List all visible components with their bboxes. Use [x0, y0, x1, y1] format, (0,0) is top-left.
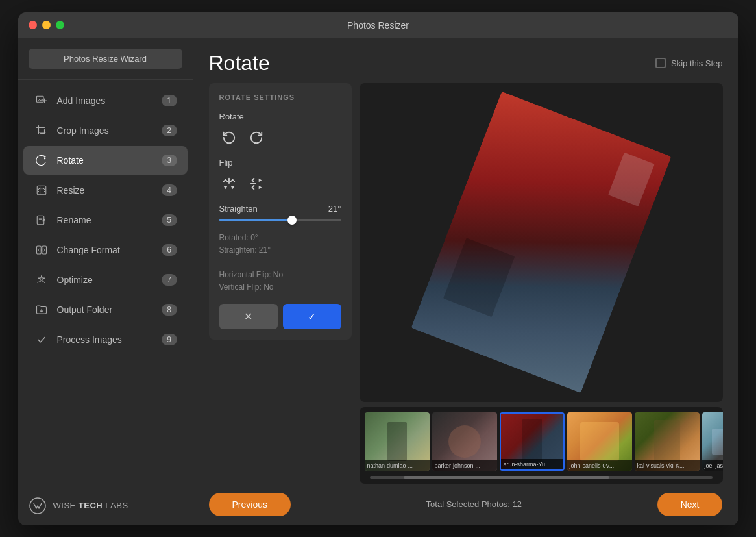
skip-step-checkbox[interactable] [655, 58, 666, 68]
resize-badge: 4 [162, 184, 177, 196]
app-body: Photos Resize Wizard Add Images 1 [18, 38, 738, 525]
rotate-counter-clockwise-button[interactable] [219, 128, 239, 147]
traffic-lights [29, 21, 64, 29]
flip-vertical-button[interactable] [219, 174, 239, 194]
rotate-badge: 3 [162, 155, 177, 166]
thumb-label-4: john-canelis-0V... [567, 460, 632, 471]
change-format-icon [34, 242, 49, 258]
page-title: Rotate [209, 51, 270, 75]
wizard-button[interactable]: Photos Resize Wizard [29, 49, 182, 69]
main-content: Rotate Skip this Step ROTATE SETTINGS Ro… [193, 38, 738, 525]
next-button[interactable]: Next [657, 493, 723, 516]
thumb-label-3: arun-sharma-Yu... [501, 459, 563, 469]
thumbnail-6[interactable]: joel-jasmin-fores... [702, 412, 723, 471]
sidebar-nav: Add Images 1 Crop Images 2 [18, 80, 193, 486]
sidebar-item-rename[interactable]: Rename 5 [23, 206, 188, 234]
optimize-icon [34, 272, 49, 288]
slider-thumb[interactable] [287, 216, 297, 225]
thumbnail-4[interactable]: john-canelis-0V... [567, 412, 632, 471]
resize-label: Resize [57, 185, 85, 195]
thumbnail-scroll[interactable]: nathan-dumlao-... parker-johnson-... [360, 407, 723, 476]
straighten-label: Straighten [219, 204, 258, 214]
main-preview [360, 83, 723, 402]
add-images-badge: 1 [162, 95, 177, 106]
preview-area: nathan-dumlao-... parker-johnson-... [360, 83, 723, 484]
svg-marker-10 [258, 178, 262, 182]
close-button[interactable] [29, 21, 37, 29]
thumbnail-2[interactable]: parker-johnson-... [432, 412, 497, 471]
settings-panel-title: ROTATE SETTINGS [219, 94, 341, 101]
rotate-buttons-group [219, 128, 341, 147]
thumbnail-3[interactable]: arun-sharma-Yu... [500, 412, 565, 471]
sidebar-item-optimize[interactable]: Optimize 7 [23, 266, 188, 294]
scrollbar-thumb [404, 476, 609, 479]
preview-image-container [360, 83, 723, 402]
sidebar-item-change-format[interactable]: Change Format 6 [23, 236, 188, 264]
output-folder-badge: 8 [162, 304, 177, 316]
straighten-row: Straighten 21° [219, 204, 341, 214]
preview-rotated-image [411, 92, 671, 393]
straighten-slider[interactable] [219, 219, 341, 221]
crop-images-icon [34, 123, 49, 138]
sidebar-item-output-folder[interactable]: Output Folder 8 [23, 295, 188, 324]
main-header: Rotate Skip this Step [193, 38, 738, 83]
sidebar-item-add-images[interactable]: Add Images 1 [23, 86, 188, 115]
svg-marker-8 [230, 186, 234, 189]
app-window: Photos Resizer Photos Resize Wizard [18, 12, 738, 525]
window-title: Photos Resizer [347, 20, 409, 31]
process-images-label: Process Images [57, 334, 122, 345]
process-images-icon [34, 332, 49, 347]
rotate-icon [34, 153, 49, 168]
rename-icon [34, 212, 49, 228]
crop-images-badge: 2 [162, 125, 177, 136]
svg-rect-4 [42, 246, 46, 254]
confirm-button[interactable]: ✓ [283, 304, 341, 329]
sidebar-item-rotate[interactable]: Rotate 3 [23, 146, 188, 175]
thumb-label-5: kal-visuals-vkFK... [635, 460, 700, 471]
rotate-label: Rotate [57, 155, 84, 166]
thumb-label-1: nathan-dumlao-... [365, 460, 430, 471]
horizontal-flip-info: Horizontal Flip: No [219, 269, 341, 281]
rotated-info: Rotated: 0° [219, 232, 341, 244]
sidebar-header: Photos Resize Wizard [18, 38, 193, 80]
minimize-button[interactable] [42, 21, 51, 29]
thumbnail-strip: nathan-dumlao-... parker-johnson-... [360, 407, 723, 484]
thumbnail-scrollbar[interactable] [370, 476, 713, 479]
straighten-info: Straighten: 21° [219, 244, 341, 256]
rotate-section-label: Rotate [219, 112, 341, 121]
title-bar: Photos Resizer [18, 12, 738, 38]
sidebar-item-crop-images[interactable]: Crop Images 2 [23, 116, 188, 145]
svg-rect-0 [36, 96, 43, 102]
main-body: ROTATE SETTINGS Rotate [193, 83, 738, 484]
change-format-badge: 6 [162, 244, 177, 256]
thumb-label-6: joel-jasmin-fores... [702, 460, 723, 471]
process-images-badge: 9 [162, 334, 177, 345]
flip-horizontal-button[interactable] [247, 174, 266, 194]
flip-section-label: Flip [219, 158, 341, 168]
svg-marker-11 [258, 185, 262, 189]
sidebar-item-resize[interactable]: Resize 4 [23, 176, 188, 205]
thumbnail-5[interactable]: kal-visuals-vkFK... [635, 412, 700, 471]
flip-buttons-group [219, 174, 341, 194]
sidebar: Photos Resize Wizard Add Images 1 [18, 38, 193, 525]
rename-badge: 5 [162, 214, 177, 226]
slider-track [219, 219, 293, 221]
sidebar-item-process-images[interactable]: Process Images 9 [23, 325, 188, 354]
cancel-button[interactable]: ✕ [219, 304, 278, 329]
change-format-label: Change Format [57, 245, 120, 255]
previous-button[interactable]: Previous [209, 493, 291, 516]
svg-rect-1 [37, 186, 46, 195]
rotate-clockwise-button[interactable] [247, 128, 266, 147]
resize-icon [34, 182, 49, 198]
main-footer: Previous Total Selected Photos: 12 Next [193, 484, 738, 525]
skip-step-container[interactable]: Skip this Step [655, 58, 723, 68]
output-folder-icon [34, 302, 49, 318]
straighten-slider-container[interactable] [219, 219, 341, 221]
rotate-settings-panel: ROTATE SETTINGS Rotate [209, 83, 352, 340]
maximize-button[interactable] [56, 21, 64, 29]
optimize-badge: 7 [162, 274, 177, 286]
output-folder-label: Output Folder [57, 305, 113, 315]
settings-info: Rotated: 0° Straighten: 21° Horizontal F… [219, 232, 341, 294]
crop-images-label: Crop Images [57, 125, 109, 136]
thumbnail-1[interactable]: nathan-dumlao-... [365, 412, 430, 471]
